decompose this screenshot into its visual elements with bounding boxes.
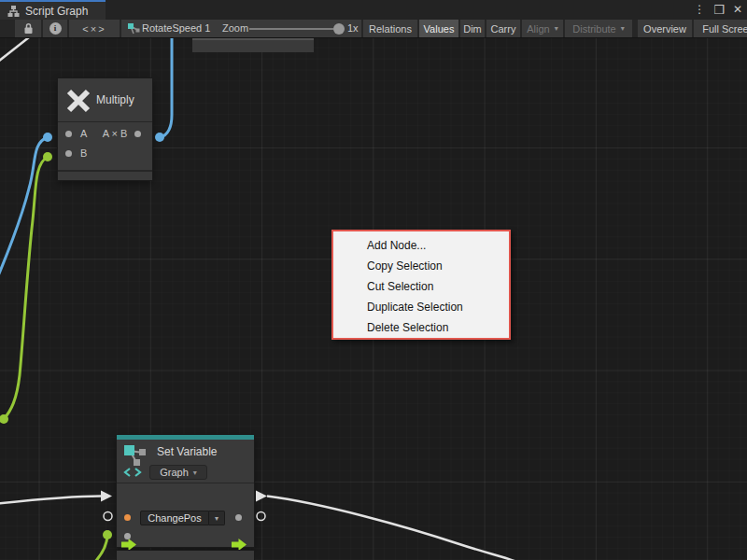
flow-arrow-in[interactable] — [121, 539, 136, 551]
values-label: Values — [424, 23, 455, 35]
offscreen-node-top[interactable] — [192, 38, 314, 52]
full-screen-label: Full Screen — [702, 23, 747, 35]
fit-to-view-button[interactable]: <×> — [69, 20, 120, 37]
node-title: Set Variable — [157, 445, 217, 458]
carry-label: Carry — [491, 23, 516, 35]
menu-item-copy-selection[interactable]: Copy Selection — [333, 256, 509, 276]
menu-item-cut-selection[interactable]: Cut Selection — [333, 276, 509, 297]
input-port-b[interactable] — [65, 150, 72, 157]
window-controls: ⋮ ❒ ✕ — [694, 0, 742, 20]
graph-icon — [128, 23, 140, 35]
menu-item-add-node[interactable]: Add Node... — [333, 235, 509, 256]
variable-name: ChangePos — [148, 512, 202, 524]
overview-button[interactable]: Overview — [638, 20, 692, 37]
secondary-input-port[interactable] — [124, 533, 131, 539]
chevron-down-icon: ▾ — [555, 24, 558, 33]
variable-name-dropdown-button[interactable]: ▾ — [209, 511, 225, 525]
flow-arrow-out[interactable] — [232, 539, 247, 551]
node-title: Multiply — [96, 93, 134, 106]
more-options-icon[interactable]: ⋮ — [694, 0, 705, 20]
carry-button[interactable]: Carry — [486, 20, 520, 37]
graph-icon — [7, 6, 20, 17]
variable-value-port[interactable] — [124, 514, 131, 521]
output-port[interactable] — [134, 131, 141, 137]
zoom-slider-handle[interactable] — [333, 23, 345, 35]
distribute-label: Distribute — [572, 23, 615, 35]
node-set-variable[interactable]: Set Variable Graph ▾ ChangePos ▾ — [117, 435, 254, 560]
set-variable-footer — [117, 551, 254, 560]
info-icon: i — [49, 22, 62, 35]
port-out-label: A × B — [97, 128, 133, 139]
multiply-icon — [65, 88, 92, 114]
set-variable-header[interactable]: Set Variable Graph ▾ — [117, 440, 254, 483]
restore-window-icon[interactable]: ❒ — [713, 0, 725, 20]
context-menu: Add Node... Copy Selection Cut Selection… — [331, 230, 511, 340]
values-button[interactable]: Values — [419, 20, 458, 37]
set-variable-body: ChangePos ▾ — [117, 483, 254, 547]
align-button[interactable]: Align ▾ — [522, 20, 563, 37]
node-multiply[interactable]: Multiply A A × B B — [58, 78, 152, 180]
chevron-down-icon: ▾ — [215, 514, 218, 523]
multiply-body: A A × B B — [58, 121, 152, 170]
variable-name-dropdown[interactable]: ChangePos — [140, 511, 209, 525]
code-icon: <×> — [82, 23, 106, 35]
multiply-footer — [58, 170, 152, 180]
menu-item-delete-selection[interactable]: Delete Selection — [333, 317, 509, 338]
dim-button[interactable]: Dim — [460, 20, 485, 37]
input-port-a[interactable] — [65, 131, 72, 137]
chevron-down-icon: ▾ — [193, 469, 197, 477]
set-variable-main[interactable]: Set Variable Graph ▾ ChangePos ▾ — [117, 435, 254, 547]
port-a-label: A — [80, 128, 87, 139]
align-label: Align — [527, 23, 549, 35]
lock-button[interactable] — [15, 20, 41, 37]
set-variable-icon — [123, 443, 149, 479]
graph-breadcrumb[interactable]: RotateSpeed 1 — [142, 22, 210, 34]
dim-label: Dim — [463, 23, 482, 35]
tab-script-graph[interactable]: Script Graph — [0, 0, 106, 20]
lock-icon — [23, 22, 34, 35]
variable-scope-dropdown[interactable]: Graph ▾ — [149, 465, 207, 480]
full-screen-button[interactable]: Full Screen — [694, 20, 747, 37]
chevron-down-icon: ▾ — [621, 24, 625, 33]
output-value-port[interactable] — [235, 514, 242, 521]
graph-toolbar: i <×> RotateSpeed 1 Zoom 1x Relations Va… — [0, 20, 747, 38]
distribute-button[interactable]: Distribute ▾ — [565, 20, 632, 37]
scope-label: Graph — [160, 467, 189, 478]
zoom-label: Zoom — [222, 22, 248, 34]
relations-button[interactable]: Relations — [363, 20, 417, 37]
graph-breadcrumb-and-zoom: RotateSpeed 1 Zoom 1x — [121, 20, 361, 37]
tab-bar: Script Graph ⋮ ❒ ✕ — [0, 0, 747, 20]
unity-script-graph-window: Multiply A A × B B Set Variable — [0, 0, 747, 560]
info-button[interactable]: i — [43, 20, 67, 37]
tab-title: Script Graph — [25, 5, 88, 18]
relations-label: Relations — [369, 23, 412, 35]
close-window-icon[interactable]: ✕ — [733, 0, 742, 20]
multiply-header[interactable]: Multiply — [58, 78, 152, 121]
zoom-value: 1x — [347, 22, 359, 34]
port-b-label: B — [80, 147, 87, 159]
overview-label: Overview — [643, 23, 686, 35]
menu-item-duplicate-selection[interactable]: Duplicate Selection — [333, 297, 509, 317]
zoom-slider-track[interactable] — [249, 28, 333, 30]
